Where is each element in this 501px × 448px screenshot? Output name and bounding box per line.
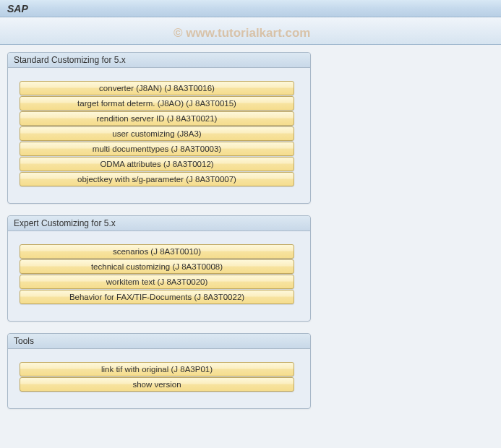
button-show-version[interactable]: show version — [20, 377, 294, 392]
button-target-format[interactable]: target format determ. (J8AO) (J 8A3T0015… — [20, 96, 294, 111]
window-title-bar: SAP — [0, 0, 501, 17]
window-title: SAP — [7, 3, 28, 14]
group-standard-customizing: Standard Customizing for 5.x converter (… — [7, 52, 311, 204]
main-content: Standard Customizing for 5.x converter (… — [0, 45, 501, 448]
application-toolbar — [0, 17, 501, 45]
button-objectkey-sg-parameter[interactable]: objectkey with s/g-parameter (J 8A3T0007… — [20, 172, 294, 186]
group-tools: Tools link tif with original (J 8A3P01) … — [7, 333, 311, 409]
button-workitem-text[interactable]: workitem text (J 8A3T0020) — [20, 275, 294, 289]
button-scenarios[interactable]: scenarios (J 8A3T0010) — [20, 244, 294, 259]
button-converter[interactable]: converter (J8AN) (J 8A3T0016) — [20, 81, 294, 95]
group-header: Tools — [8, 334, 310, 349]
button-multi-documenttypes[interactable]: multi documenttypes (J 8A3T0003) — [20, 142, 294, 156]
group-body: scenarios (J 8A3T0010) technical customi… — [8, 231, 310, 308]
button-rendition-server-id[interactable]: rendition server ID (J 8A3T0021) — [20, 111, 294, 126]
group-header: Standard Customizing for 5.x — [8, 53, 310, 68]
button-behavior-fax-tif[interactable]: Behavior for FAX/TIF-Documents (J 8A3T00… — [20, 290, 294, 304]
group-expert-customizing: Expert Customizing for 5.x scenarios (J … — [7, 215, 311, 322]
button-technical-customizing[interactable]: technical customizing (J 8A3T0008) — [20, 259, 294, 274]
button-link-tif-original[interactable]: link tif with original (J 8A3P01) — [20, 362, 294, 376]
button-odma-attributes[interactable]: ODMA attributes (J 8A3T0012) — [20, 157, 294, 171]
group-header: Expert Customizing for 5.x — [8, 216, 310, 231]
group-body: link tif with original (J 8A3P01) show v… — [8, 349, 310, 395]
button-user-customizing[interactable]: user customizing (J8A3) — [20, 126, 294, 141]
group-body: converter (J8AN) (J 8A3T0016) target for… — [8, 68, 310, 190]
